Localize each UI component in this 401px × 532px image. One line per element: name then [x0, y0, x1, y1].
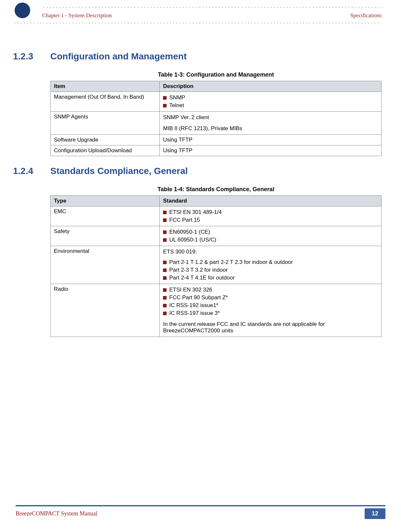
square-bullet-icon [163, 218, 167, 222]
bullet-text: UL 60950-1 (US/C) [169, 237, 216, 243]
bullet-text: IC RSS-192 issue1* [169, 302, 218, 309]
bullet-text: ETSI EN 302 326 [169, 287, 212, 293]
table-row: Configuration Upload/Download Using TFTP [51, 145, 382, 156]
bullet-text: IC RSS-197 issue 3* [169, 310, 220, 316]
table-row: Safety EN60950-1 (CE) UL 60950-1 (US/C) [51, 226, 382, 246]
col-header-item: Item [51, 81, 160, 92]
header-rule-bottom [13, 23, 382, 23]
square-bullet-icon [163, 238, 167, 242]
section-heading: 1.2.4 Standards Compliance, General [13, 166, 382, 176]
square-bullet-icon [163, 268, 167, 272]
bullet-text: FCC Part 90 Subpart Z* [169, 294, 228, 301]
desc-line: SNMP Ver. 2 client [163, 114, 378, 121]
cell-description: Using TFTP [160, 145, 382, 156]
desc-note: In the current release FCC and IC standa… [163, 320, 378, 335]
page-number: 12 [365, 508, 385, 519]
bullet-text: EN60950-1 (CE) [169, 229, 210, 235]
cell-description: SNMP Ver. 2 client MIB II (RFC 1213), Pr… [160, 112, 382, 135]
section-title: Configuration and Management [50, 51, 187, 62]
cell-item: Management (Out Of Band, In Band) [51, 92, 160, 112]
table-row: Radio ETSI EN 302 326 FCC Part 90 Subpar… [51, 284, 382, 337]
square-bullet-icon [163, 296, 167, 300]
desc-line: MIB II (RFC 1213), Private MIBs [163, 125, 378, 132]
bullet-text: Part 2-3 T 3.2 for indoor [169, 267, 228, 273]
table-row: Management (Out Of Band, In Band) SNMP T… [51, 92, 382, 112]
col-header-standard: Standard [160, 196, 382, 206]
bullet-text: FCC Part 15 [169, 217, 200, 223]
desc-line: ETS 300 019: [163, 248, 378, 256]
square-bullet-icon [163, 96, 167, 100]
table-row: Environmental ETS 300 019: Part 2-1 T 1.… [51, 246, 382, 284]
config-management-table: Item Description Management (Out Of Band… [50, 81, 382, 156]
square-bullet-icon [163, 104, 167, 107]
square-bullet-icon [163, 304, 167, 307]
square-bullet-icon [163, 261, 167, 264]
cell-standard: EN60950-1 (CE) UL 60950-1 (US/C) [160, 226, 382, 246]
bullet-text: ETSI EN 301 489-1/4 [169, 209, 222, 216]
table-caption: Table 1-3: Configuration and Management [50, 71, 382, 78]
section-number: 1.2.4 [13, 166, 50, 176]
table-row: Software Upgrade Using TFTP [51, 135, 382, 145]
section-title: Standards Compliance, General [50, 166, 188, 176]
square-bullet-icon [163, 230, 167, 234]
section-number: 1.2.3 [13, 51, 50, 62]
col-header-description: Description [160, 81, 382, 92]
section-heading: 1.2.3 Configuration and Management [13, 51, 382, 62]
table-row: SNMP Agents SNMP Ver. 2 client MIB II (R… [51, 112, 382, 135]
cell-item: Software Upgrade [51, 135, 160, 145]
bullet-text: Part 2-4 T 4.1E for outdoor [169, 275, 235, 281]
cell-type: Environmental [51, 246, 160, 284]
cell-standard: ETSI EN 301 489-1/4 FCC Part 15 [160, 206, 382, 226]
cell-description: SNMP Telnet [160, 92, 382, 112]
page-header: Chapter 1 - System Description Specifica… [0, 0, 401, 22]
cell-type: Safety [51, 226, 160, 246]
page-footer: BreezeCOMPACT System Manual 12 [0, 505, 401, 519]
cell-type: EMC [51, 206, 160, 226]
table-row: EMC ETSI EN 301 489-1/4 FCC Part 15 [51, 206, 382, 226]
footer-manual-title: BreezeCOMPACT System Manual [16, 510, 97, 517]
cell-standard: ETSI EN 302 326 FCC Part 90 Subpart Z* I… [160, 284, 382, 337]
bullet-text: Part 2-1 T 1.2 & part 2-2 T 2.3 for indo… [169, 259, 293, 266]
cell-item: Configuration Upload/Download [51, 145, 160, 156]
chapter-badge-icon [15, 3, 30, 18]
header-section-label: Specifications [350, 12, 382, 19]
square-bullet-icon [163, 211, 167, 214]
cell-type: Radio [51, 284, 160, 337]
cell-description: Using TFTP [160, 135, 382, 145]
square-bullet-icon [163, 312, 167, 315]
chapter-title: Chapter 1 - System Description [42, 12, 112, 19]
square-bullet-icon [163, 288, 167, 292]
cell-standard: ETS 300 019: Part 2-1 T 1.2 & part 2-2 T… [160, 246, 382, 284]
table-caption: Table 1-4: Standards Compliance, General [50, 186, 382, 193]
standards-compliance-table: Type Standard EMC ETSI EN 301 489-1/4 FC… [50, 195, 382, 337]
cell-item: SNMP Agents [51, 112, 160, 135]
square-bullet-icon [163, 276, 167, 280]
bullet-text: SNMP [169, 94, 185, 101]
col-header-type: Type [51, 196, 160, 206]
footer-stripe [16, 505, 385, 506]
header-rule-top [42, 7, 382, 8]
bullet-text: Telnet [169, 102, 184, 109]
